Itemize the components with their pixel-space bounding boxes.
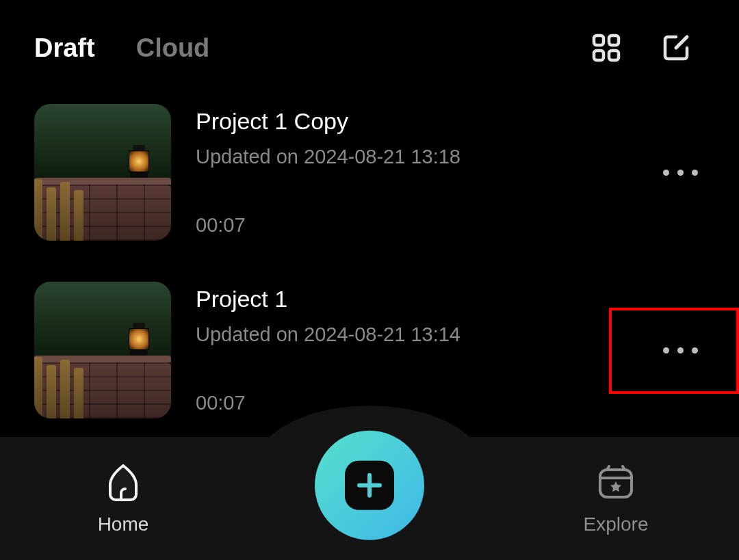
ellipsis-dot-icon: [692, 170, 698, 176]
home-icon: [102, 462, 144, 504]
project-list: Project 1 Copy Updated on 2024-08-21 13:…: [0, 83, 739, 418]
svg-rect-1: [609, 36, 619, 45]
edit-icon[interactable]: [661, 33, 691, 63]
project-thumbnail: [34, 104, 171, 241]
tab-draft[interactable]: Draft: [34, 34, 95, 63]
svg-rect-0: [594, 36, 604, 45]
project-updated: Updated on 2024-08-21 13:14: [196, 323, 656, 346]
project-item[interactable]: Project 1 Updated on 2024-08-21 13:14 00…: [34, 282, 705, 418]
project-thumbnail: [34, 282, 171, 418]
header-tabs: Draft Cloud: [34, 34, 591, 63]
project-item[interactable]: Project 1 Copy Updated on 2024-08-21 13:…: [34, 104, 705, 241]
project-title: Project 1: [196, 286, 656, 312]
svg-rect-2: [594, 51, 604, 60]
explore-icon: [595, 462, 637, 504]
ellipsis-dot-icon: [663, 170, 669, 176]
ellipsis-dot-icon: [663, 347, 669, 354]
nav-explore-label: Explore: [584, 514, 649, 535]
bottom-nav: Home Explore: [0, 437, 739, 560]
ellipsis-dot-icon: [677, 170, 684, 176]
svg-rect-3: [609, 51, 619, 60]
nav-home-label: Home: [98, 514, 149, 535]
project-title: Project 1 Copy: [196, 108, 656, 135]
project-info: Project 1 Updated on 2024-08-21 13:14 00…: [171, 282, 656, 418]
header-actions: [591, 33, 691, 63]
project-updated: Updated on 2024-08-21 13:18: [196, 146, 656, 168]
header: Draft Cloud: [0, 0, 739, 83]
nav-home[interactable]: Home: [0, 437, 246, 560]
more-options-button[interactable]: [656, 334, 705, 367]
tab-cloud[interactable]: Cloud: [136, 34, 210, 63]
project-duration: 00:07: [196, 214, 656, 237]
plus-icon: [355, 471, 384, 500]
create-button[interactable]: [315, 431, 424, 540]
nav-explore[interactable]: Explore: [493, 437, 739, 560]
ellipsis-dot-icon: [677, 347, 684, 354]
more-options-button[interactable]: [656, 156, 705, 189]
project-info: Project 1 Copy Updated on 2024-08-21 13:…: [171, 104, 656, 241]
grid-view-icon[interactable]: [591, 33, 621, 63]
ellipsis-dot-icon: [692, 347, 698, 354]
